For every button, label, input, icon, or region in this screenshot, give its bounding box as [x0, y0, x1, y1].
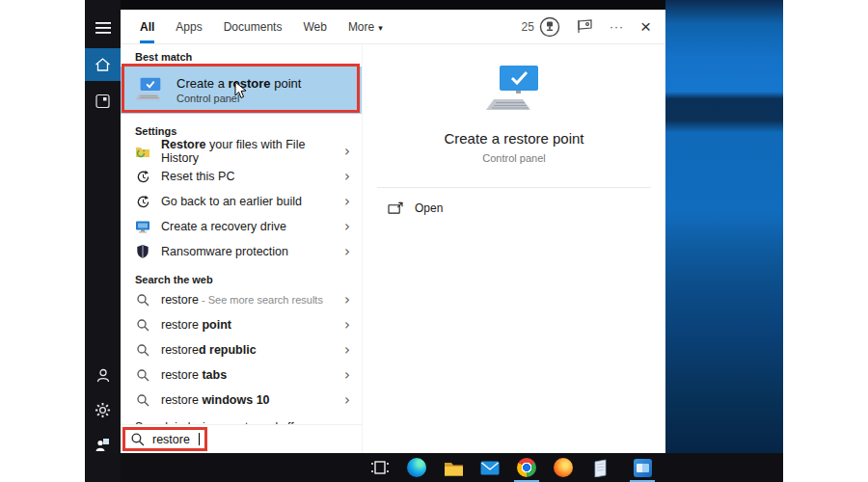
best-match-text: Create a restore point Control panel: [176, 76, 301, 104]
result-label: Restore your files with File History: [161, 138, 334, 165]
more-options-icon[interactable]: ···: [610, 21, 624, 33]
header-actions: 25 ··· ×: [522, 16, 651, 38]
search-results-panel: Best match Create a restore point Contro…: [121, 43, 362, 453]
close-icon[interactable]: ×: [640, 17, 651, 36]
web-suggestion-label: restore windows 10: [161, 393, 270, 407]
settings-section-label: Settings: [135, 123, 362, 139]
tab-all-label: All: [140, 20, 154, 34]
search-sidebar: [85, 0, 121, 482]
web-suggestion-label: restore point: [161, 318, 231, 332]
tab-apps[interactable]: Apps: [176, 10, 202, 43]
file-explorer-icon[interactable]: [442, 453, 465, 482]
firefox-icon[interactable]: [552, 453, 575, 482]
window-top-strip: [121, 0, 665, 10]
best-match-subtitle: Control panel: [176, 93, 301, 104]
task-view-button[interactable]: [368, 453, 392, 482]
mail-icon[interactable]: [478, 453, 502, 482]
taskbar-search-box[interactable]: restore: [121, 424, 362, 453]
rewards-button[interactable]: 25: [522, 16, 560, 38]
restore-point-large-icon: [480, 65, 548, 120]
result-label: Ransomware protection: [161, 245, 288, 258]
tab-web[interactable]: Web: [303, 10, 326, 43]
chevron-right-icon[interactable]: ›: [344, 195, 350, 209]
home-icon[interactable]: [85, 48, 121, 81]
tab-documents-label: Documents: [224, 20, 283, 34]
web-suggestion-row[interactable]: restore windows 10 ›: [121, 388, 362, 413]
shield-icon: [135, 244, 150, 259]
chevron-right-icon[interactable]: ›: [344, 220, 350, 234]
preview-subtitle: Control panel: [363, 152, 665, 164]
open-label: Open: [415, 201, 443, 215]
text-caret: [199, 433, 201, 445]
settings-gear-icon[interactable]: [85, 393, 121, 426]
feedback-icon[interactable]: [577, 19, 593, 34]
best-match-result[interactable]: Create a restore point Control panel: [121, 67, 362, 114]
tab-more-label: More: [348, 20, 374, 34]
result-label: Go back to an earlier build: [161, 195, 302, 208]
web-suggestion-row[interactable]: restore tabs ›: [121, 362, 362, 388]
hamburger-menu-icon[interactable]: [85, 12, 121, 44]
chevron-right-icon[interactable]: ›: [344, 293, 350, 308]
search-input[interactable]: restore: [130, 432, 200, 446]
web-suggestion-row[interactable]: restored republic ›: [121, 337, 362, 362]
tab-more[interactable]: More: [348, 10, 383, 43]
taskbar-icons: [368, 453, 654, 482]
best-match-title: Create a restore point: [176, 76, 301, 91]
screen: All Apps Documents Web More 25 ··· × Bes…: [0, 0, 868, 482]
chevron-right-icon[interactable]: ›: [344, 170, 350, 184]
search-icon: [130, 432, 145, 446]
desktop-wallpaper: [665, 0, 783, 482]
chevron-right-icon[interactable]: ›: [344, 343, 350, 358]
tab-apps-label: Apps: [176, 20, 202, 34]
chevron-down-icon: [374, 20, 383, 34]
chevron-right-icon[interactable]: ›: [344, 145, 350, 159]
chevron-right-icon[interactable]: ›: [344, 393, 350, 408]
result-row-ransomware[interactable]: Ransomware protection ›: [121, 239, 362, 264]
go-back-icon: [135, 194, 150, 209]
web-suggestion-row[interactable]: restore point ›: [121, 312, 362, 337]
result-row-reset-pc[interactable]: Reset this PC ›: [121, 164, 362, 189]
search-icon: [135, 392, 150, 408]
result-row-file-history[interactable]: Restore your files with File History ›: [121, 139, 362, 164]
taskbar: [85, 453, 783, 482]
best-match-section-label: Best match: [135, 49, 362, 65]
search-filter-tabs: All Apps Documents Web More: [140, 10, 383, 43]
file-history-icon: [135, 144, 150, 159]
search-icon: [135, 367, 150, 383]
result-label: Reset this PC: [161, 170, 234, 183]
result-row-recovery-drive[interactable]: Create a recovery drive ›: [121, 214, 362, 239]
recovery-drive-icon: [135, 219, 150, 234]
tab-documents[interactable]: Documents: [224, 10, 283, 43]
open-icon: [388, 201, 403, 215]
reset-pc-icon: [135, 169, 150, 184]
notepad-icon[interactable]: [588, 453, 611, 482]
chevron-right-icon[interactable]: ›: [344, 245, 350, 259]
search-icon: [135, 342, 150, 358]
result-row-go-back[interactable]: Go back to an earlier build ›: [121, 189, 362, 214]
app-tile-icon[interactable]: [631, 453, 654, 482]
search-window-header: All Apps Documents Web More 25 ··· ×: [121, 10, 665, 43]
tab-all[interactable]: All: [140, 10, 154, 43]
edge-icon[interactable]: [405, 453, 428, 482]
web-suggestion-label: restored republic: [161, 343, 257, 357]
search-icon: [135, 317, 150, 333]
search-input-value: restore: [152, 433, 190, 446]
trophy-icon: [539, 16, 560, 38]
web-section-label: Search the web: [135, 272, 362, 287]
user-account-icon[interactable]: [85, 359, 121, 391]
restore-point-icon: [134, 76, 165, 105]
web-suggestion-row[interactable]: restore - See more search results ›: [121, 287, 362, 312]
preview-title: Create a restore point: [363, 130, 665, 147]
chevron-right-icon[interactable]: ›: [344, 318, 350, 333]
open-action[interactable]: Open: [363, 188, 665, 215]
chevron-right-icon[interactable]: ›: [344, 368, 350, 383]
tab-web-label: Web: [303, 20, 326, 34]
user-photos-icon[interactable]: [85, 428, 121, 461]
rewards-count: 25: [522, 20, 534, 34]
chrome-icon[interactable]: [515, 453, 538, 482]
search-icon: [135, 292, 150, 308]
preview-panel: Create a restore point Control panel Ope…: [362, 43, 665, 453]
web-suggestion-label: restore tabs: [161, 368, 227, 382]
journal-icon[interactable]: [85, 85, 121, 118]
result-label: Create a recovery drive: [161, 220, 286, 233]
